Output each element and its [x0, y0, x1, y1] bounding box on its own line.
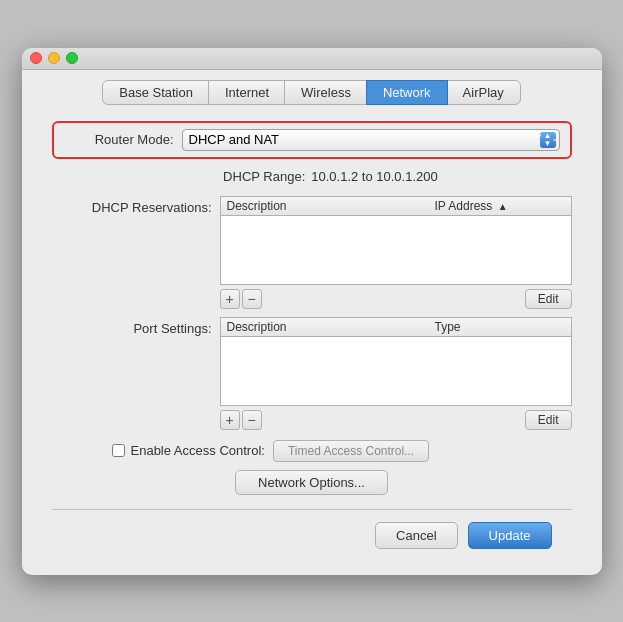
tab-wireless[interactable]: Wireless [284, 80, 368, 105]
port-settings-container: Description Type + − Edit [220, 317, 572, 430]
port-settings-header: Description Type [220, 317, 572, 336]
port-remove-button[interactable]: − [242, 410, 262, 430]
port-settings-controls: + − Edit [220, 410, 572, 430]
timed-access-control-button[interactable]: Timed Access Control... [273, 440, 429, 462]
tab-base-station[interactable]: Base Station [102, 80, 210, 105]
dhcp-col-ip: IP Address ▲ [435, 199, 565, 213]
network-options-button[interactable]: Network Options... [235, 470, 388, 495]
dhcp-reservations-controls: + − Edit [220, 289, 572, 309]
main-window: Base Station Internet Wireless Network A… [22, 48, 602, 575]
dhcp-edit-button[interactable]: Edit [525, 289, 572, 309]
router-mode-row: Router Mode: DHCP and NAT DHCP Only NAT … [52, 121, 572, 159]
dhcp-reservations-label: DHCP Reservations: [52, 196, 212, 215]
tabbar: Base Station Internet Wireless Network A… [22, 70, 602, 105]
tab-airplay[interactable]: AirPlay [446, 80, 521, 105]
port-col-description: Description [227, 320, 435, 334]
port-col-type: Type [435, 320, 565, 334]
port-settings-label: Port Settings: [52, 317, 212, 336]
port-edit-button[interactable]: Edit [525, 410, 572, 430]
network-options-row: Network Options... [52, 470, 572, 495]
router-mode-select-wrapper: DHCP and NAT DHCP Only NAT Only Off (Bri… [182, 129, 560, 151]
bottom-bar: Cancel Update [52, 522, 572, 549]
enable-access-control-label: Enable Access Control: [131, 443, 265, 458]
titlebar [22, 48, 602, 70]
dhcp-col-description: Description [227, 199, 435, 213]
port-add-button[interactable]: + [220, 410, 240, 430]
tab-network[interactable]: Network [366, 80, 448, 105]
minimize-button[interactable] [48, 52, 60, 64]
content-area: Router Mode: DHCP and NAT DHCP Only NAT … [22, 105, 602, 559]
dhcp-reservations-table [220, 215, 572, 285]
cancel-button[interactable]: Cancel [375, 522, 457, 549]
update-button[interactable]: Update [468, 522, 552, 549]
dhcp-add-button[interactable]: + [220, 289, 240, 309]
enable-access-control-checkbox[interactable] [112, 444, 125, 457]
dhcp-sort-icon[interactable]: ▲ [498, 201, 508, 212]
dhcp-reservations-header: Description IP Address ▲ [220, 196, 572, 215]
close-button[interactable] [30, 52, 42, 64]
access-control-row: Enable Access Control: Timed Access Cont… [52, 440, 572, 462]
port-settings-table [220, 336, 572, 406]
router-mode-select[interactable]: DHCP and NAT DHCP Only NAT Only Off (Bri… [182, 129, 560, 151]
dhcp-remove-button[interactable]: − [242, 289, 262, 309]
dhcp-reservations-section: DHCP Reservations: Description IP Addres… [52, 196, 572, 309]
dhcp-range-value: 10.0.1.2 to 10.0.1.200 [311, 169, 438, 184]
router-mode-label: Router Mode: [64, 132, 174, 147]
dhcp-reservations-container: Description IP Address ▲ + − Edit [220, 196, 572, 309]
maximize-button[interactable] [66, 52, 78, 64]
port-settings-section: Port Settings: Description Type + − Edit [52, 317, 572, 430]
dhcp-range-label: DHCP Range: [185, 169, 305, 184]
divider [52, 509, 572, 510]
dhcp-range-row: DHCP Range: 10.0.1.2 to 10.0.1.200 [52, 169, 572, 184]
tab-internet[interactable]: Internet [208, 80, 286, 105]
